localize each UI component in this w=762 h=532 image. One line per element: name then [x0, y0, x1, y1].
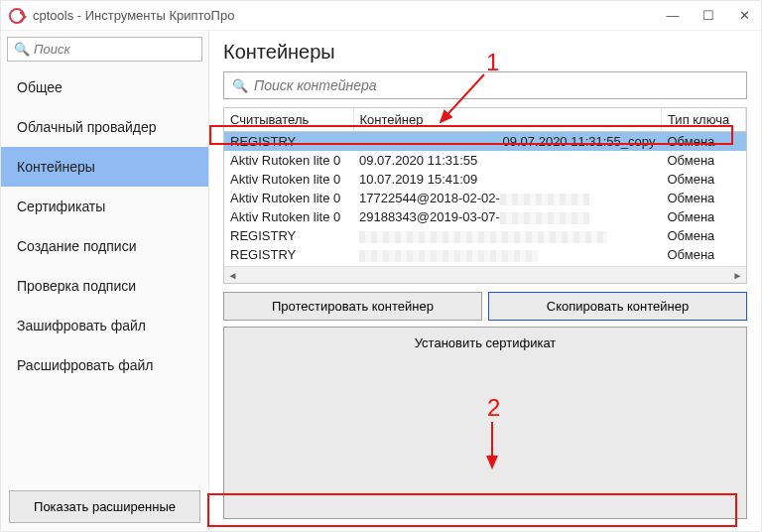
sidebar-search-input[interactable]	[34, 42, 201, 57]
sidebar: 🔍 ОбщееОблачный провайдерКонтейнерыСерти…	[1, 31, 209, 531]
scroll-left-icon[interactable]: ◄	[224, 267, 241, 284]
search-icon: 🔍	[14, 42, 30, 57]
cell-reader: Aktiv Rutoken lite 0	[224, 151, 353, 170]
table-row[interactable]: Aktiv Rutoken lite 017722544@2018-02-02-…	[224, 189, 746, 207]
cell-keytype: Обмена	[662, 226, 746, 245]
cell-container: 17722544@2018-02-02-	[353, 189, 662, 207]
table-row[interactable]: REGISTRYОбмена	[224, 226, 746, 245]
table-row[interactable]: Aktiv Rutoken lite 029188343@2019-03-07-…	[224, 207, 746, 226]
sidebar-item-4[interactable]: Создание подписи	[1, 226, 208, 266]
cell-keytype: Обмена	[662, 189, 746, 207]
buttons-row: Протестировать контейнер Скопировать кон…	[223, 292, 747, 321]
maximize-icon[interactable]: ☐	[699, 8, 717, 23]
cell-keytype: Обмена	[662, 245, 746, 264]
cell-container: 09.07.2020 11:31:55	[353, 151, 662, 170]
window-controls: — ☐ ✕	[664, 8, 753, 23]
horizontal-scrollbar[interactable]: ◄ ►	[224, 266, 746, 283]
table-row[interactable]: REGISTRY09.07.2020 11:31:55_copyОбмена	[224, 132, 746, 152]
table-row[interactable]: REGISTRYОбмена	[224, 245, 746, 264]
app-icon	[9, 8, 25, 24]
main-layout: 🔍 ОбщееОблачный провайдерКонтейнерыСерти…	[1, 31, 761, 531]
col-container[interactable]: Контейнер	[353, 108, 662, 132]
cell-reader: REGISTRY	[224, 226, 353, 245]
cell-container: 09.07.2020 11:31:55_copy	[353, 132, 662, 152]
sidebar-item-1[interactable]: Облачный провайдер	[1, 107, 208, 147]
close-icon[interactable]: ✕	[735, 8, 753, 23]
table-row[interactable]: Aktiv Rutoken lite 009.07.2020 11:31:55О…	[224, 151, 746, 170]
table-row[interactable]: Aktiv Rutoken lite 010.07.2019 15:41:09О…	[224, 170, 746, 189]
sidebar-item-7[interactable]: Расшифровать файл	[1, 345, 208, 385]
content: Контейнеры 🔍 Считыватель Контейнер Тип к…	[209, 31, 761, 531]
sidebar-item-6[interactable]: Зашифровать файл	[1, 306, 208, 345]
nav: ОбщееОблачный провайдерКонтейнерыСертифи…	[1, 67, 208, 482]
table: Считыватель Контейнер Тип ключа REGISTRY…	[224, 108, 746, 264]
page-title: Контейнеры	[223, 41, 747, 64]
cell-container: 29188343@2019-03-07-	[353, 207, 662, 226]
cell-reader: REGISTRY	[224, 132, 353, 152]
cell-keytype: Обмена	[662, 207, 746, 226]
search-icon: 🔍	[232, 78, 248, 93]
sidebar-item-2[interactable]: Контейнеры	[1, 147, 208, 187]
container-search-input[interactable]	[254, 77, 738, 93]
container-search[interactable]: 🔍	[223, 71, 747, 99]
show-advanced-button[interactable]: Показать расширенные	[9, 490, 200, 523]
cell-container: 10.07.2019 15:41:09	[353, 170, 662, 189]
col-reader[interactable]: Считыватель	[224, 108, 353, 132]
copy-container-button[interactable]: Скопировать контейнер	[488, 292, 747, 321]
sidebar-item-3[interactable]: Сертификаты	[1, 187, 208, 226]
scroll-right-icon[interactable]: ►	[729, 267, 746, 284]
cell-container	[353, 226, 662, 245]
sidebar-search[interactable]: 🔍	[7, 37, 202, 62]
sidebar-item-0[interactable]: Общее	[1, 67, 208, 107]
cell-reader: Aktiv Rutoken lite 0	[224, 207, 353, 226]
cell-reader: REGISTRY	[224, 245, 353, 264]
cell-container	[353, 245, 662, 264]
window-title: cptools - Инструменты КриптоПро	[33, 8, 664, 23]
cell-keytype: Обмена	[662, 151, 746, 170]
cell-keytype: Обмена	[662, 132, 746, 152]
containers-table: Считыватель Контейнер Тип ключа REGISTRY…	[223, 107, 747, 284]
minimize-icon[interactable]: —	[664, 8, 682, 23]
cell-reader: Aktiv Rutoken lite 0	[224, 170, 353, 189]
cell-keytype: Обмена	[662, 170, 746, 189]
install-certificate-button[interactable]: Установить сертификат	[223, 327, 747, 519]
cell-reader: Aktiv Rutoken lite 0	[224, 189, 353, 207]
titlebar: cptools - Инструменты КриптоПро — ☐ ✕	[1, 1, 761, 31]
col-keytype[interactable]: Тип ключа	[662, 108, 746, 132]
test-container-button[interactable]: Протестировать контейнер	[223, 292, 482, 321]
sidebar-item-5[interactable]: Проверка подписи	[1, 266, 208, 306]
